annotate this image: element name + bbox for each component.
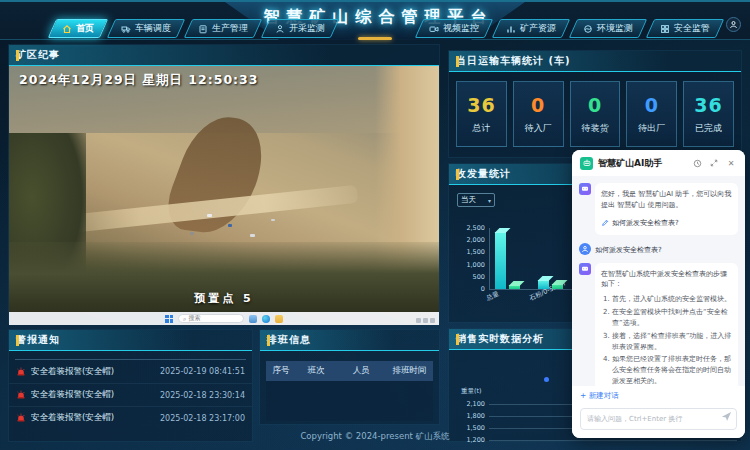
stat-label: 已完成 bbox=[695, 122, 722, 135]
answer-step: 如果您已经设置了排班表定时任务，那么安全检查任务将会在指定的时间自动派发至相关的… bbox=[612, 354, 732, 386]
user-message: 如何派发安全检查表? bbox=[579, 243, 738, 255]
stat-value: 36 bbox=[694, 94, 722, 116]
person-icon bbox=[729, 20, 738, 29]
panel-header: 矿区纪事 bbox=[9, 45, 439, 66]
alarm-list-item[interactable]: 安全着装报警(安全帽) 2025-02-19 08:41:51 bbox=[9, 360, 252, 383]
stat-label: 待装货 bbox=[581, 122, 608, 135]
suggested-question-chip[interactable]: 如何派发安全检查表? bbox=[601, 218, 732, 229]
panel-title: 矿区纪事 bbox=[16, 48, 60, 62]
stat-total: 36 总计 bbox=[456, 81, 507, 147]
period-filter-value: 当天 bbox=[461, 195, 476, 205]
grid-icon bbox=[660, 24, 670, 34]
bar-chart-icon bbox=[506, 24, 516, 34]
stat-value: 36 bbox=[467, 94, 495, 116]
answer-step: 在安全监管模块中找到并点击“安全检查”选项。 bbox=[612, 307, 732, 329]
user-avatar[interactable] bbox=[726, 17, 741, 32]
chat-bubble-icon bbox=[581, 265, 589, 273]
stat-label: 待入厂 bbox=[525, 122, 552, 135]
chat-bubble-icon bbox=[581, 185, 589, 193]
user-chat-avatar bbox=[579, 243, 591, 255]
title-accent-bar bbox=[358, 37, 392, 40]
stat-waiting-loading: 0 待装货 bbox=[570, 81, 621, 147]
tab-label: 生产管理 bbox=[212, 22, 248, 35]
alarm-notifications-panel: 警报通知 安全着装报警(安全帽) 2025-02-19 08:41:51 安全着… bbox=[8, 329, 253, 442]
tab-label: 车辆调度 bbox=[135, 22, 171, 35]
alarm-list-item[interactable]: 安全着装报警(安全帽) 2025-02-18 23:17:00 bbox=[9, 406, 252, 429]
windows-taskbar: ⌕ 搜索 bbox=[9, 312, 439, 325]
search-icon: ⌕ bbox=[183, 315, 186, 323]
alarm-list-item[interactable]: 安全着装报警(安全帽) 2025-02-18 23:30:14 bbox=[9, 383, 252, 406]
suggested-question-text: 如何派发安全检查表? bbox=[612, 218, 679, 229]
tab-mineral-resources[interactable]: 矿产资源 bbox=[492, 19, 570, 38]
video-machine bbox=[271, 219, 275, 221]
period-filter-dropdown[interactable]: 当天 ▾ bbox=[457, 193, 495, 207]
tab-home[interactable]: 首页 bbox=[48, 19, 108, 38]
column-header: 序号 bbox=[266, 365, 296, 377]
alarm-text: 安全着装报警(安全帽) bbox=[31, 366, 155, 378]
siren-icon bbox=[16, 390, 26, 400]
history-clock-icon bbox=[693, 159, 702, 168]
video-datetime-overlay: 2024年12月29日 星期日 12:50:33 bbox=[19, 72, 258, 89]
mine-video-feed: 2024年12月29日 星期日 12:50:33 预置点 5 ⌕ 搜索 bbox=[9, 66, 439, 325]
panel-title: 当日运输车辆统计 (车) bbox=[456, 54, 571, 68]
column-header: 班次 bbox=[296, 365, 336, 377]
system-tray bbox=[416, 318, 435, 323]
siren-icon bbox=[16, 367, 26, 377]
header-accent bbox=[456, 56, 459, 67]
y-tick-label: 2,100 bbox=[451, 400, 485, 408]
ai-panel-footer: + 新建对话 bbox=[572, 386, 745, 438]
panel-title: 警报通知 bbox=[16, 333, 60, 347]
truck-icon bbox=[121, 24, 131, 34]
tab-label: 矿产资源 bbox=[520, 22, 556, 35]
stat-label: 待出厂 bbox=[638, 122, 665, 135]
tab-environment-monitor[interactable]: 环境监测 bbox=[569, 19, 647, 38]
tab-mining-monitor[interactable]: 开采监测 bbox=[261, 19, 339, 38]
edge-browser-icon bbox=[262, 315, 270, 323]
person-monitor-icon bbox=[275, 24, 285, 34]
column-header: 排班时间 bbox=[386, 365, 433, 377]
tab-safety-supervision[interactable]: 安全监管 bbox=[646, 19, 724, 38]
close-button[interactable]: ✕ bbox=[725, 157, 737, 169]
ai-input-wrap bbox=[580, 406, 737, 430]
history-button[interactable] bbox=[691, 157, 703, 169]
vehicle-stats-panel: 当日运输车辆统计 (车) 36 总计 0 待入厂 0 待装货 0 待出厂 36 … bbox=[448, 50, 742, 158]
header-accent bbox=[16, 335, 19, 346]
expand-button[interactable] bbox=[708, 157, 720, 169]
siren-icon bbox=[16, 413, 26, 423]
new-chat-button[interactable]: + 新建对话 bbox=[580, 391, 737, 401]
alarm-text: 安全着装报警(安全帽) bbox=[31, 389, 155, 401]
ai-question-input[interactable] bbox=[580, 408, 737, 430]
answer-step: 首先，进入矿山系统的安全监管模块。 bbox=[612, 294, 732, 305]
header-accent bbox=[267, 335, 270, 346]
environment-icon bbox=[583, 24, 593, 34]
send-icon[interactable] bbox=[721, 411, 732, 422]
schedule-table-body-empty bbox=[266, 381, 433, 421]
stat-waiting-entry: 0 待入厂 bbox=[513, 81, 564, 147]
chevron-down-icon: ▾ bbox=[488, 197, 491, 204]
answer-intro: 在智慧矿山系统中派发安全检查表的步骤如下： bbox=[601, 270, 727, 289]
top-header: 智慧矿山综合管理平台 首页 车辆调度 生产管理 开采监测 bbox=[0, 0, 750, 40]
folder-icon bbox=[275, 315, 283, 323]
bar-series-cyan bbox=[495, 232, 506, 289]
bot-message: 在智慧矿山系统中派发安全检查表的步骤如下： 首先，进入矿山系统的安全监管模块。 … bbox=[579, 263, 738, 386]
x-tick-label: 总量 bbox=[485, 290, 501, 304]
video-camera-icon bbox=[429, 24, 439, 34]
panel-header: 警报通知 bbox=[9, 330, 252, 351]
taskbar-search-label: 搜索 bbox=[188, 314, 200, 323]
video-machine bbox=[190, 232, 194, 235]
tab-label: 首页 bbox=[76, 22, 94, 35]
tab-label: 开采监测 bbox=[289, 22, 325, 35]
bot-avatar bbox=[579, 183, 591, 195]
clipboard-icon bbox=[198, 24, 208, 34]
stat-label: 总计 bbox=[472, 122, 490, 135]
tab-video-monitor[interactable]: 视频监控 bbox=[415, 19, 493, 38]
file-explorer-icon bbox=[249, 315, 257, 323]
tab-production[interactable]: 生产管理 bbox=[184, 19, 262, 38]
video-truck bbox=[228, 224, 232, 227]
schedule-panel: 排班信息 序号 班次 人员 排班时间 bbox=[259, 329, 440, 425]
bot-avatar bbox=[579, 263, 591, 275]
bar-series-green bbox=[552, 284, 563, 289]
windows-start-icon bbox=[165, 315, 173, 323]
video-truck bbox=[207, 214, 212, 217]
tab-vehicle-dispatch[interactable]: 车辆调度 bbox=[107, 19, 185, 38]
